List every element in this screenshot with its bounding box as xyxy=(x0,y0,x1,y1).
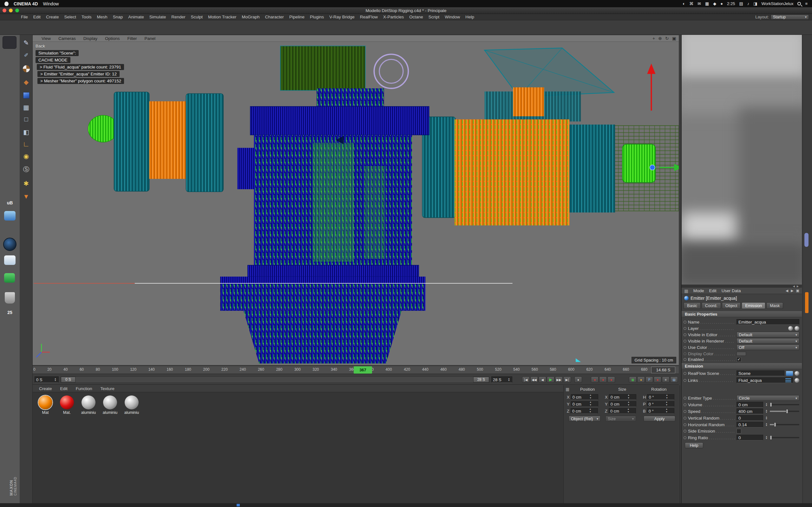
horizontal-random-slider[interactable] xyxy=(770,424,799,425)
coord-size-mode-select[interactable]: Size▾ xyxy=(606,416,636,421)
menu-item[interactable]: MoGraph xyxy=(242,14,259,19)
magnet-tool-icon[interactable]: ▼ xyxy=(21,191,32,202)
attribute-panel-tab[interactable] xyxy=(805,292,809,313)
apple-menu-icon[interactable] xyxy=(4,2,9,6)
desktop-icon-mail[interactable] xyxy=(4,256,15,265)
next-frame-button[interactable]: ▶▶ xyxy=(555,377,563,383)
macos-menu-window[interactable]: Window xyxy=(43,1,59,6)
viewport-zoom-icon[interactable]: ⊕ xyxy=(658,36,662,41)
points-mode-icon[interactable]: □ xyxy=(21,114,32,124)
links-picker-icon[interactable] xyxy=(795,378,799,383)
play-button[interactable]: ▶ xyxy=(547,377,554,383)
panel-icon[interactable]: ▦ xyxy=(684,288,688,293)
menu-item[interactable]: Plugins xyxy=(310,14,324,19)
menu-item[interactable]: Pipeline xyxy=(289,14,305,19)
ring-ratio-slider[interactable] xyxy=(770,437,799,438)
tab-basic[interactable]: Basic xyxy=(683,302,701,309)
material-menu-item[interactable]: Texture xyxy=(101,386,114,391)
desktop-icon-display[interactable] xyxy=(4,211,15,221)
section-basic-properties[interactable]: Basic Properties xyxy=(681,311,802,317)
texture-mode-icon[interactable]: ▦ xyxy=(21,102,32,112)
scrollbar-thumb[interactable] xyxy=(804,233,809,247)
menu-item[interactable]: Window xyxy=(445,14,460,19)
attr-menu-mode[interactable]: Mode xyxy=(693,288,704,293)
tab-mask[interactable]: Mask xyxy=(766,302,783,309)
animation-dot[interactable] xyxy=(683,372,687,375)
stepper-icon[interactable]: ▲▼ xyxy=(765,415,768,421)
clay-tool-icon[interactable]: ◆ xyxy=(21,77,32,87)
menu-item[interactable]: Edit xyxy=(33,14,41,19)
material-menu-item[interactable]: Function xyxy=(76,386,92,391)
realflow-scene-input[interactable]: Scene xyxy=(737,371,784,376)
viewport[interactable]: Back Simulation "Scene": CACHE MODE > Fl… xyxy=(33,42,679,365)
status-icon-note[interactable]: ♪ xyxy=(747,1,750,6)
menu-item[interactable]: Tools xyxy=(82,14,92,19)
key-pla-toggle[interactable]: P xyxy=(646,377,653,383)
animation-dot[interactable] xyxy=(683,352,687,355)
edges-mode-icon[interactable]: ◧ xyxy=(21,127,32,137)
workplane-tool-icon[interactable]: ✱ xyxy=(21,178,32,188)
viewport-menu-item[interactable]: Display xyxy=(84,36,97,41)
tab-emission[interactable]: Emission xyxy=(742,302,765,309)
animation-dot[interactable] xyxy=(683,436,687,439)
rotation-h-input[interactable]: 0 °▲▼ xyxy=(647,394,674,400)
position-z-input[interactable]: 0 cm▲▼ xyxy=(571,408,598,414)
attr-menu-edit[interactable]: Edit xyxy=(709,288,716,293)
status-icon-diamond[interactable]: ◆ xyxy=(713,1,716,6)
horizontal-random-input[interactable]: 0.14 xyxy=(737,422,763,428)
viewport-menu-item[interactable]: Panel xyxy=(145,36,156,41)
menu-item[interactable]: Help xyxy=(465,14,474,19)
pen-tool-icon[interactable]: ✎ xyxy=(21,38,32,48)
viewport-menu-item[interactable]: Cameras xyxy=(58,36,76,41)
position-y-input[interactable]: 0 cm▲▼ xyxy=(571,401,598,407)
menu-item[interactable]: X-Particles xyxy=(383,14,404,19)
status-icon-cmd[interactable]: ⌘ xyxy=(689,1,693,6)
size-x-input[interactable]: 0 cm▲▼ xyxy=(609,394,636,400)
desktop-window-thumbnail[interactable] xyxy=(3,36,16,49)
volume-input[interactable]: 0 cm xyxy=(737,402,763,407)
viewport-orbit-icon[interactable]: ↻ xyxy=(665,36,669,41)
animation-dot[interactable] xyxy=(683,397,687,400)
layer-browser-icon[interactable] xyxy=(788,326,793,331)
menu-item[interactable]: Motion Tracker xyxy=(208,14,236,19)
key-scale-toggle[interactable]: ● xyxy=(607,377,615,383)
material-item[interactable]: aluminiu xyxy=(101,395,119,415)
apply-button[interactable]: Apply xyxy=(644,416,675,421)
menu-item[interactable]: Sculpt xyxy=(191,14,203,19)
sketch-tool-icon[interactable]: ✐ xyxy=(21,50,32,60)
viewport-menu-item[interactable]: View xyxy=(42,36,51,41)
status-icon-half[interactable]: ◐ xyxy=(682,1,685,6)
panel-grip[interactable]: ◀▶ xyxy=(681,285,802,288)
history-back-icon[interactable]: ◀ xyxy=(786,289,788,293)
range-slider-start-handle[interactable]: 0 S xyxy=(61,377,75,383)
go-to-start-button[interactable]: |◀ xyxy=(522,377,530,383)
go-to-end-button[interactable]: ▶| xyxy=(563,377,571,383)
desktop-icon-green-app[interactable] xyxy=(4,273,15,283)
material-item[interactable]: Mat. xyxy=(58,395,76,415)
stepper-icon[interactable]: ▲▼ xyxy=(507,377,511,383)
size-y-input[interactable]: 0 cm▲▼ xyxy=(609,401,636,407)
menu-item[interactable]: Render xyxy=(171,14,185,19)
key-parameter-toggle[interactable]: ● xyxy=(637,377,645,383)
material-menu-item[interactable]: Edit xyxy=(60,386,67,391)
attr-menu-userdata[interactable]: User Data xyxy=(722,288,741,293)
emitter-type-select[interactable]: Circle▾ xyxy=(737,395,799,401)
animation-dot[interactable] xyxy=(683,430,687,433)
viewport-menu-item[interactable]: Options xyxy=(105,36,120,41)
tab-coord[interactable]: Coord. xyxy=(702,302,721,309)
viewport-pan-icon[interactable]: + xyxy=(653,36,655,41)
checker-ball-icon[interactable] xyxy=(21,63,32,74)
name-input[interactable]: Emitter_acqua xyxy=(737,319,799,325)
cinema4d-dock-icon[interactable] xyxy=(3,238,16,251)
model-mode-icon[interactable] xyxy=(21,90,32,101)
stepper-icon[interactable]: ▲▼ xyxy=(54,377,57,383)
status-icon-mail[interactable]: ✉ xyxy=(698,1,701,6)
animation-dot[interactable] xyxy=(683,321,687,324)
rotation-p-input[interactable]: 0 °▲▼ xyxy=(647,401,674,407)
animation-dot[interactable] xyxy=(683,346,687,349)
speed-slider[interactable] xyxy=(770,411,799,412)
history-forward-icon[interactable]: ▶ xyxy=(791,289,793,293)
animation-dot[interactable] xyxy=(683,379,687,382)
snap-tool-icon[interactable]: Ⓢ xyxy=(21,164,32,175)
app-menu-title[interactable]: CINEMA 4D xyxy=(14,1,38,6)
